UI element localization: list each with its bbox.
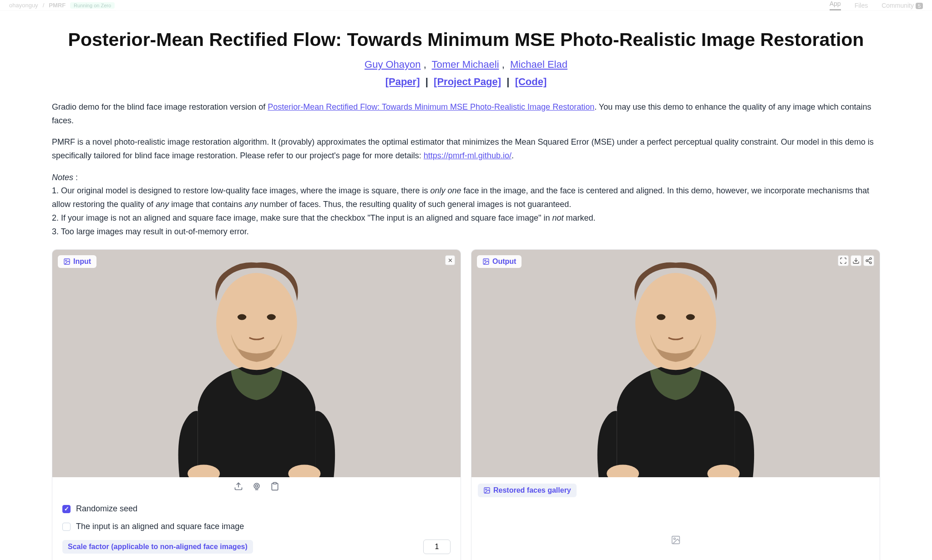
- input-label: Input: [58, 255, 96, 268]
- description-2: PMRF is a novel photo-realistic image re…: [52, 136, 880, 162]
- authors: Guy Ohayon , Tomer Michaeli , Michael El…: [52, 59, 880, 71]
- running-badge: Running on Zero: [70, 2, 115, 9]
- upload-icon[interactable]: [234, 482, 243, 491]
- top-navigation: ohayonguy / PMRF Running on Zero App Fil…: [0, 0, 932, 11]
- randomize-seed-checkbox[interactable]: Randomize seed: [62, 504, 451, 514]
- svg-point-13: [485, 260, 486, 262]
- webcam-icon[interactable]: [252, 482, 261, 491]
- svg-point-22: [657, 314, 665, 320]
- project-page-link[interactable]: [Project Page]: [434, 76, 501, 87]
- paper-link[interactable]: [Paper]: [385, 76, 420, 87]
- tab-community[interactable]: Community 5: [881, 2, 923, 9]
- tab-app[interactable]: App: [830, 0, 841, 10]
- output-panel: Output: [471, 249, 880, 560]
- download-button[interactable]: [851, 255, 861, 266]
- svg-point-1: [66, 260, 67, 262]
- output-photo: [529, 250, 823, 477]
- svg-point-29: [674, 538, 675, 540]
- breadcrumb-user[interactable]: ohayonguy: [9, 2, 38, 9]
- image-icon: [483, 487, 491, 494]
- resource-links: [Paper] | [Project Page] | [Code]: [52, 76, 880, 88]
- aligned-input-checkbox[interactable]: The input is an aligned and square face …: [62, 522, 451, 531]
- checkbox-icon: [62, 505, 71, 513]
- svg-point-5: [267, 314, 275, 320]
- input-toolbar: [52, 477, 461, 496]
- input-panel: Input ✕: [52, 249, 461, 560]
- code-link[interactable]: [Code]: [515, 76, 547, 87]
- gallery-label: Restored faces gallery: [478, 484, 577, 497]
- svg-point-17: [870, 262, 871, 264]
- description-1: Gradio demo for the blind face image res…: [52, 101, 880, 127]
- breadcrumb-repo[interactable]: PMRF: [49, 2, 66, 9]
- project-site-link[interactable]: https://pmrf-ml.github.io/: [424, 151, 512, 160]
- svg-rect-11: [273, 483, 276, 484]
- svg-line-18: [868, 261, 870, 262]
- checkbox-icon: [62, 523, 71, 531]
- svg-point-10: [255, 485, 258, 487]
- image-icon: [482, 258, 490, 265]
- output-label: Output: [477, 255, 522, 268]
- svg-line-19: [868, 259, 870, 261]
- tab-files[interactable]: Files: [855, 2, 868, 9]
- svg-point-23: [686, 314, 694, 320]
- input-image[interactable]: Input ✕: [52, 250, 461, 477]
- author-link[interactable]: Guy Ohayon: [365, 59, 421, 70]
- scale-factor-label: Scale factor (applicable to non-aligned …: [62, 540, 253, 554]
- svg-point-9: [254, 484, 259, 489]
- clear-input-button[interactable]: ✕: [445, 255, 455, 265]
- share-button[interactable]: [863, 255, 874, 266]
- paper-title-link[interactable]: Posterior-Mean Rectified Flow: Towards M…: [268, 102, 594, 111]
- svg-point-16: [866, 260, 868, 262]
- author-link[interactable]: Tomer Michaeli: [432, 59, 499, 70]
- gallery-empty[interactable]: [471, 504, 880, 560]
- fullscreen-button[interactable]: [838, 255, 849, 266]
- output-image[interactable]: Output: [471, 250, 880, 477]
- svg-point-27: [486, 489, 487, 490]
- image-icon: [63, 258, 71, 265]
- page-title: Posterior-Mean Rectified Flow: Towards M…: [52, 29, 880, 50]
- svg-point-4: [238, 314, 246, 320]
- image-placeholder-icon: [671, 535, 681, 545]
- input-photo: [110, 250, 404, 477]
- clipboard-icon[interactable]: [270, 482, 279, 491]
- author-link[interactable]: Michael Elad: [510, 59, 567, 70]
- svg-point-15: [870, 258, 871, 260]
- scale-factor-input[interactable]: [423, 540, 451, 554]
- notes-block: Notes : 1. Our original model is designe…: [52, 171, 880, 238]
